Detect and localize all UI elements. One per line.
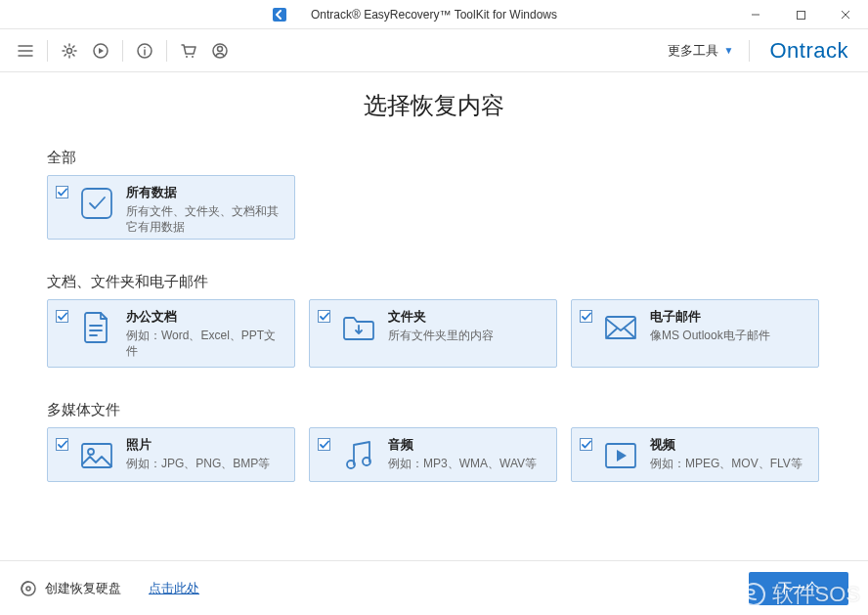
main-content: 选择恢复内容 全部 所有数据 所有文件、文件夹、文档和其它有用数据 文档、文件夹…	[0, 72, 868, 482]
mail-icon	[603, 310, 638, 345]
image-icon	[79, 438, 114, 473]
section-all: 全部 所有数据 所有文件、文件夹、文档和其它有用数据	[47, 149, 821, 240]
checkbox-email[interactable]	[580, 310, 592, 323]
close-button[interactable]	[823, 0, 868, 29]
svg-rect-17	[82, 189, 111, 218]
svg-point-8	[67, 48, 72, 53]
svg-point-13	[186, 56, 188, 58]
section-docs-label: 文档、文件夹和电子邮件	[47, 273, 821, 291]
card-desc: 例如：MPEG、MOV、FLV等	[650, 456, 803, 471]
maximize-button[interactable]	[778, 0, 823, 29]
svg-point-14	[192, 56, 194, 58]
card-title: 视频	[650, 436, 803, 454]
checkbox-office-docs[interactable]	[56, 310, 68, 323]
footer: 创建恢复硬盘 点击此处 下一个	[0, 560, 868, 615]
card-office-docs[interactable]: 办公文档 例如：Word、Excel、PPT文件	[47, 299, 295, 368]
info-icon[interactable]	[131, 37, 158, 65]
user-icon[interactable]	[206, 37, 234, 65]
card-all-data[interactable]: 所有数据 所有文件、文件夹、文档和其它有用数据	[47, 175, 295, 240]
section-media-label: 多媒体文件	[47, 401, 821, 419]
card-folders[interactable]: 文件夹 所有文件夹里的内容	[309, 299, 557, 368]
settings-icon[interactable]	[56, 37, 83, 65]
svg-rect-22	[82, 444, 111, 467]
checkbox-all-data[interactable]	[56, 186, 68, 198]
resume-icon[interactable]	[87, 37, 114, 65]
chevron-down-icon: ▼	[724, 45, 734, 56]
disk-icon	[20, 580, 37, 597]
next-button[interactable]: 下一个	[749, 572, 848, 605]
svg-point-28	[26, 587, 30, 591]
separator	[749, 40, 750, 62]
brand-logo: Ontrack	[769, 38, 848, 64]
card-title: 音频	[388, 436, 537, 454]
svg-rect-0	[273, 8, 286, 22]
click-here-link[interactable]: 点击此处	[149, 580, 199, 597]
minimize-button[interactable]	[733, 0, 778, 29]
create-recovery-disk: 创建恢复硬盘	[20, 580, 121, 597]
checkbox-photos[interactable]	[56, 438, 68, 451]
separator	[122, 40, 123, 62]
app-icon	[272, 7, 287, 22]
svg-point-23	[88, 449, 94, 455]
section-all-label: 全部	[47, 149, 821, 167]
document-icon	[79, 310, 114, 345]
svg-point-16	[218, 46, 223, 51]
title-bar: Ontrack® EasyRecovery™ ToolKit for Windo…	[0, 0, 868, 29]
checkbox-audio[interactable]	[318, 438, 330, 451]
checkbox-folders[interactable]	[318, 310, 330, 323]
menu-icon[interactable]	[12, 37, 39, 65]
separator	[166, 40, 167, 62]
svg-rect-2	[797, 11, 804, 19]
toolbar: 更多工具 ▼ Ontrack	[0, 29, 868, 72]
video-icon	[603, 438, 638, 473]
card-desc: 像MS Outlook电子邮件	[650, 328, 770, 343]
card-email[interactable]: 电子邮件 像MS Outlook电子邮件	[571, 299, 819, 368]
card-audio[interactable]: 音频 例如：MP3、WMA、WAV等	[309, 427, 557, 482]
window-controls	[733, 0, 868, 29]
card-photos[interactable]: 照片 例如：JPG、PNG、BMP等	[47, 427, 295, 482]
separator	[47, 40, 48, 62]
card-title: 办公文档	[126, 308, 284, 326]
card-desc: 例如：Word、Excel、PPT文件	[126, 328, 284, 359]
folder-icon	[341, 310, 376, 345]
section-docs: 文档、文件夹和电子邮件 办公文档 例如：Word、Excel、PPT文件 文件夹…	[47, 273, 821, 368]
section-media: 多媒体文件 照片 例如：JPG、PNG、BMP等 音频 例如：MP3、WMA、W…	[47, 401, 821, 482]
page-title: 选择恢复内容	[47, 90, 821, 121]
card-title: 所有数据	[126, 184, 284, 201]
card-desc: 例如：JPG、PNG、BMP等	[126, 456, 270, 471]
card-desc: 所有文件夹里的内容	[388, 328, 494, 343]
card-video[interactable]: 视频 例如：MPEG、MOV、FLV等	[571, 427, 819, 482]
more-tools-label: 更多工具	[668, 42, 718, 60]
window-title: Ontrack® EasyRecovery™ ToolKit for Windo…	[311, 8, 557, 22]
checkbox-video[interactable]	[580, 438, 592, 451]
svg-point-11	[144, 46, 146, 48]
card-title: 照片	[126, 436, 270, 454]
card-desc: 所有文件、文件夹、文档和其它有用数据	[126, 203, 284, 235]
music-icon	[341, 438, 376, 473]
card-desc: 例如：MP3、WMA、WAV等	[388, 456, 537, 471]
cart-icon[interactable]	[175, 37, 202, 65]
card-title: 文件夹	[388, 308, 494, 326]
card-title: 电子邮件	[650, 308, 770, 326]
create-disk-label: 创建恢复硬盘	[45, 580, 121, 597]
check-large-icon	[79, 186, 114, 221]
more-tools-dropdown[interactable]: 更多工具 ▼	[660, 42, 742, 60]
